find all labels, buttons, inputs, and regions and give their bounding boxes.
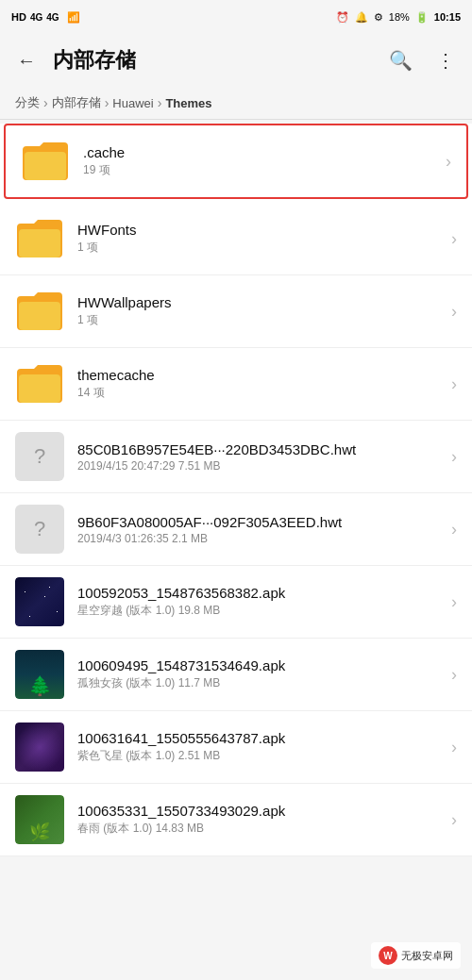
file-meta: 紫色飞星 (版本 1.0) 2.51 MB — [77, 748, 444, 764]
chevron-right-icon: › — [451, 738, 457, 757]
list-item[interactable]: .cache19 项› — [4, 124, 468, 199]
file-info: .cache19 项 — [83, 144, 438, 178]
unknown-file-icon: ? — [15, 505, 64, 554]
file-info: HWWallpapers1 项 — [77, 294, 444, 328]
file-name: 100609495_1548731534649.apk — [77, 657, 444, 673]
file-icon-apk4 — [15, 795, 64, 844]
more-icon: ⋮ — [436, 49, 455, 72]
file-icon-hwfonts — [15, 214, 64, 263]
file-icon-apk1 — [15, 577, 64, 626]
chevron-right-icon: › — [451, 592, 457, 612]
thumbnail-stars — [15, 577, 64, 626]
file-icon-hwwallpapers — [15, 287, 64, 336]
breadcrumb-item-3[interactable]: Themes — [165, 96, 211, 110]
thumbnail-spring — [15, 795, 64, 844]
chevron-right-icon: › — [451, 520, 457, 540]
list-item[interactable]: HWFonts1 项› — [0, 203, 472, 275]
chevron-right-icon: › — [446, 152, 451, 172]
file-meta: 14 项 — [77, 385, 444, 401]
chevron-right-icon: › — [451, 302, 457, 322]
file-info: 100592053_1548763568382.apk星空穿越 (版本 1.0)… — [77, 585, 444, 619]
file-icon-file1: ? — [15, 432, 64, 481]
watermark: W 无极安卓网 — [371, 942, 461, 969]
breadcrumb-item-2[interactable]: Huawei — [112, 96, 153, 110]
file-name: HWFonts — [77, 222, 444, 238]
app-bar: ← 内部存储 🔍 ⋮ — [0, 34, 472, 87]
breadcrumb: 分类 › 内部存储 › Huawei › Themes — [0, 87, 472, 119]
list-item[interactable]: 100592053_1548763568382.apk星空穿越 (版本 1.0)… — [0, 566, 472, 639]
breadcrumb-sep-2: › — [158, 95, 162, 110]
file-info: 85C0B16B957E54EB···220BD3453DBC.hwt2019/… — [77, 441, 444, 473]
list-item[interactable]: ?9B60F3A080005AF···092F305A3EED.hwt2019/… — [0, 493, 472, 566]
carrier-hd: HD — [11, 11, 26, 23]
file-info: 100635331_1550733493029.apk春雨 (版本 1.0) 1… — [77, 803, 444, 837]
file-name: HWWallpapers — [77, 294, 444, 310]
list-item[interactable]: 100635331_1550733493029.apk春雨 (版本 1.0) 1… — [0, 784, 472, 856]
chevron-right-icon: › — [451, 447, 457, 467]
status-carrier: HD 4G 4G 📶 — [11, 11, 80, 24]
watermark-text: 无极安卓网 — [401, 949, 453, 963]
file-icon-cache — [21, 137, 70, 186]
file-name: 9B60F3A080005AF···092F305A3EED.hwt — [77, 514, 444, 530]
file-meta: 星空穿越 (版本 1.0) 19.8 MB — [77, 603, 444, 619]
file-name: .cache — [83, 144, 438, 160]
header-divider — [0, 119, 472, 120]
chevron-right-icon: › — [451, 229, 457, 249]
battery-percent: 18% — [389, 11, 410, 23]
file-icon-apk3 — [15, 723, 64, 772]
status-right: ⏰ 🔔 ⚙ 18% 🔋 10:15 — [336, 11, 461, 24]
list-item[interactable]: 100631641_1550555643787.apk紫色飞星 (版本 1.0)… — [0, 711, 472, 784]
chevron-right-icon: › — [451, 810, 457, 830]
breadcrumb-sep-1: › — [105, 95, 110, 110]
list-item[interactable]: ?85C0B16B957E54EB···220BD3453DBC.hwt2019… — [0, 421, 472, 493]
carrier-4g1: 4G — [30, 12, 42, 23]
file-meta: 1 项 — [77, 240, 444, 256]
file-meta: 1 项 — [77, 312, 444, 328]
page-title: 内部存储 — [53, 46, 374, 75]
file-info: themecache14 项 — [77, 367, 444, 401]
battery-icon: 🔋 — [415, 11, 429, 24]
list-item[interactable]: 100609495_1548731534649.apk孤独女孩 (版本 1.0)… — [0, 639, 472, 711]
file-info: HWFonts1 项 — [77, 222, 444, 256]
search-icon: 🔍 — [389, 49, 413, 72]
file-meta: 孤独女孩 (版本 1.0) 11.7 MB — [77, 675, 444, 691]
file-icon-themecache — [15, 359, 64, 408]
settings-icon: ⚙ — [374, 11, 383, 24]
file-meta: 2019/4/3 01:26:35 2.1 MB — [77, 532, 444, 545]
file-meta: 2019/4/15 20:47:29 7.51 MB — [77, 459, 444, 473]
file-name: 100592053_1548763568382.apk — [77, 585, 444, 601]
notification-icon: 🔔 — [355, 11, 368, 24]
breadcrumb-sep-0: › — [43, 95, 48, 110]
search-button[interactable]: 🔍 — [381, 42, 419, 79]
thumbnail-purple — [15, 723, 64, 772]
file-icon-file2: ? — [15, 505, 64, 554]
back-button[interactable]: ← — [8, 42, 45, 79]
file-icon-apk2 — [15, 650, 64, 699]
file-meta: 19 项 — [83, 162, 438, 178]
time: 10:15 — [434, 11, 461, 23]
chevron-right-icon: › — [451, 665, 457, 685]
file-name: 85C0B16B957E54EB···220BD3453DBC.hwt — [77, 441, 444, 457]
breadcrumb-item-0[interactable]: 分类 — [15, 94, 40, 111]
carrier-4g2: 4G — [46, 12, 59, 23]
list-item[interactable]: HWWallpapers1 项› — [0, 275, 472, 348]
chevron-right-icon: › — [451, 374, 457, 394]
file-meta: 春雨 (版本 1.0) 14.83 MB — [77, 821, 444, 837]
list-item[interactable]: themecache14 项› — [0, 348, 472, 421]
file-list: .cache19 项›HWFonts1 项›HWWallpapers1 项›th… — [0, 124, 472, 856]
alarm-icon: ⏰ — [336, 11, 349, 24]
wifi-icon: 📶 — [67, 11, 80, 24]
file-info: 100631641_1550555643787.apk紫色飞星 (版本 1.0)… — [77, 730, 444, 764]
breadcrumb-item-1[interactable]: 内部存储 — [52, 94, 101, 111]
more-button[interactable]: ⋮ — [427, 42, 464, 79]
unknown-file-icon: ? — [15, 432, 64, 481]
watermark-logo: W — [379, 946, 397, 965]
file-name: themecache — [77, 367, 444, 383]
file-name: 100635331_1550733493029.apk — [77, 803, 444, 819]
thumbnail-girl — [15, 650, 64, 699]
file-info: 9B60F3A080005AF···092F305A3EED.hwt2019/4… — [77, 514, 444, 545]
status-bar: HD 4G 4G 📶 ⏰ 🔔 ⚙ 18% 🔋 10:15 — [0, 0, 472, 34]
back-icon: ← — [17, 50, 36, 72]
file-info: 100609495_1548731534649.apk孤独女孩 (版本 1.0)… — [77, 657, 444, 691]
file-name: 100631641_1550555643787.apk — [77, 730, 444, 746]
